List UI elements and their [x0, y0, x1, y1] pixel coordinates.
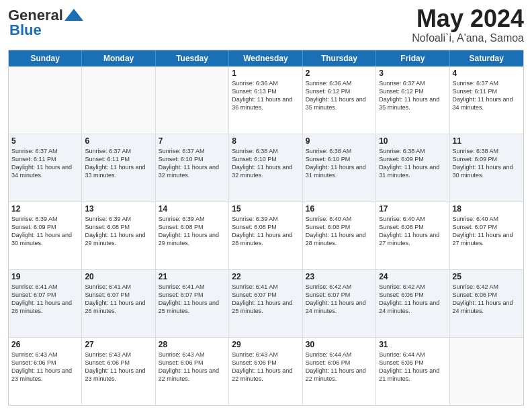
day-info: Sunrise: 6:44 AM Sunset: 6:06 PM Dayligh… [379, 351, 446, 383]
header-wednesday: Wednesday [229, 50, 302, 66]
calendar-week-2: 5Sunrise: 6:37 AM Sunset: 6:11 PM Daylig… [9, 134, 523, 201]
calendar-cell [450, 338, 523, 405]
day-number: 4 [453, 68, 521, 78]
svg-marker-0 [64, 9, 83, 21]
day-info: Sunrise: 6:39 AM Sunset: 6:08 PM Dayligh… [159, 215, 226, 248]
calendar-cell: 8Sunrise: 6:38 AM Sunset: 6:10 PM Daylig… [229, 134, 302, 201]
calendar-cell: 23Sunrise: 6:42 AM Sunset: 6:07 PM Dayli… [303, 270, 376, 337]
day-info: Sunrise: 6:43 AM Sunset: 6:06 PM Dayligh… [85, 351, 152, 383]
header-thursday: Thursday [303, 50, 376, 66]
day-number: 25 [453, 272, 521, 281]
calendar-cell: 10Sunrise: 6:38 AM Sunset: 6:09 PM Dayli… [376, 134, 449, 201]
day-info: Sunrise: 6:37 AM Sunset: 6:11 PM Dayligh… [85, 147, 152, 180]
day-info: Sunrise: 6:40 AM Sunset: 6:08 PM Dayligh… [306, 215, 373, 248]
day-info: Sunrise: 6:43 AM Sunset: 6:06 PM Dayligh… [11, 351, 79, 383]
title-block: May 2024 Nofoali`i, A'ana, Samoa [412, 7, 524, 44]
calendar-subtitle: Nofoali`i, A'ana, Samoa [412, 32, 524, 44]
day-info: Sunrise: 6:41 AM Sunset: 6:07 PM Dayligh… [232, 283, 299, 316]
calendar-cell [9, 66, 82, 134]
calendar-cell: 13Sunrise: 6:39 AM Sunset: 6:08 PM Dayli… [82, 202, 155, 269]
day-number: 3 [379, 68, 446, 78]
day-number: 19 [11, 272, 79, 281]
calendar-week-4: 19Sunrise: 6:41 AM Sunset: 6:07 PM Dayli… [9, 269, 523, 337]
calendar-cell [82, 66, 155, 134]
calendar-cell: 28Sunrise: 6:43 AM Sunset: 6:06 PM Dayli… [156, 338, 229, 405]
day-number: 15 [232, 204, 299, 214]
calendar-body: 1Sunrise: 6:36 AM Sunset: 6:13 PM Daylig… [9, 66, 523, 405]
day-number: 12 [11, 204, 79, 214]
calendar-cell: 29Sunrise: 6:43 AM Sunset: 6:06 PM Dayli… [229, 338, 302, 405]
calendar-cell: 27Sunrise: 6:43 AM Sunset: 6:06 PM Dayli… [82, 338, 155, 405]
day-info: Sunrise: 6:40 AM Sunset: 6:07 PM Dayligh… [453, 215, 521, 248]
day-number: 18 [453, 204, 521, 214]
calendar-cell: 6Sunrise: 6:37 AM Sunset: 6:11 PM Daylig… [82, 134, 155, 201]
calendar-cell: 5Sunrise: 6:37 AM Sunset: 6:11 PM Daylig… [9, 134, 82, 201]
day-number: 10 [379, 136, 446, 146]
calendar-cell: 24Sunrise: 6:42 AM Sunset: 6:06 PM Dayli… [376, 270, 449, 337]
calendar-cell: 3Sunrise: 6:37 AM Sunset: 6:12 PM Daylig… [376, 66, 449, 134]
day-info: Sunrise: 6:43 AM Sunset: 6:06 PM Dayligh… [159, 351, 226, 383]
day-number: 1 [232, 68, 299, 78]
header-tuesday: Tuesday [156, 50, 229, 66]
calendar-cell: 21Sunrise: 6:41 AM Sunset: 6:07 PM Dayli… [156, 270, 229, 337]
calendar-cell: 15Sunrise: 6:39 AM Sunset: 6:08 PM Dayli… [229, 202, 302, 269]
day-info: Sunrise: 6:44 AM Sunset: 6:06 PM Dayligh… [306, 351, 373, 383]
day-info: Sunrise: 6:42 AM Sunset: 6:07 PM Dayligh… [306, 283, 373, 316]
day-number: 31 [379, 340, 446, 349]
day-number: 16 [306, 204, 373, 214]
calendar-cell: 31Sunrise: 6:44 AM Sunset: 6:06 PM Dayli… [376, 338, 449, 405]
day-info: Sunrise: 6:37 AM Sunset: 6:12 PM Dayligh… [379, 79, 446, 112]
day-number: 29 [232, 340, 299, 349]
calendar-week-5: 26Sunrise: 6:43 AM Sunset: 6:06 PM Dayli… [9, 337, 523, 405]
day-number: 17 [379, 204, 446, 214]
day-number: 27 [85, 340, 152, 349]
day-number: 14 [159, 204, 226, 214]
day-number: 21 [159, 272, 226, 281]
day-number: 28 [159, 340, 226, 349]
calendar-cell: 30Sunrise: 6:44 AM Sunset: 6:06 PM Dayli… [303, 338, 376, 405]
day-info: Sunrise: 6:39 AM Sunset: 6:08 PM Dayligh… [85, 215, 152, 248]
day-number: 26 [11, 340, 79, 349]
calendar-cell: 12Sunrise: 6:39 AM Sunset: 6:09 PM Dayli… [9, 202, 82, 269]
calendar-cell [156, 66, 229, 134]
day-info: Sunrise: 6:43 AM Sunset: 6:06 PM Dayligh… [232, 351, 299, 383]
day-number: 11 [453, 136, 521, 146]
calendar-cell: 20Sunrise: 6:41 AM Sunset: 6:07 PM Dayli… [82, 270, 155, 337]
day-number: 23 [306, 272, 373, 281]
calendar-cell: 17Sunrise: 6:40 AM Sunset: 6:08 PM Dayli… [376, 202, 449, 269]
calendar-cell: 1Sunrise: 6:36 AM Sunset: 6:13 PM Daylig… [229, 66, 302, 134]
day-number: 20 [85, 272, 152, 281]
calendar-cell: 2Sunrise: 6:36 AM Sunset: 6:12 PM Daylig… [303, 66, 376, 134]
calendar-cell: 16Sunrise: 6:40 AM Sunset: 6:08 PM Dayli… [303, 202, 376, 269]
calendar: Sunday Monday Tuesday Wednesday Thursday… [8, 50, 524, 406]
page: General Blue May 2024 Nofoali`i, A'ana, … [0, 0, 532, 411]
day-info: Sunrise: 6:41 AM Sunset: 6:07 PM Dayligh… [85, 283, 152, 316]
day-number: 13 [85, 204, 152, 214]
day-info: Sunrise: 6:38 AM Sunset: 6:10 PM Dayligh… [306, 147, 373, 180]
day-number: 5 [11, 136, 79, 146]
day-number: 2 [306, 68, 373, 78]
calendar-cell: 26Sunrise: 6:43 AM Sunset: 6:06 PM Dayli… [9, 338, 82, 405]
day-info: Sunrise: 6:38 AM Sunset: 6:09 PM Dayligh… [453, 147, 521, 180]
logo: General Blue [8, 7, 83, 39]
calendar-cell: 18Sunrise: 6:40 AM Sunset: 6:07 PM Dayli… [450, 202, 523, 269]
day-info: Sunrise: 6:38 AM Sunset: 6:10 PM Dayligh… [232, 147, 299, 180]
day-info: Sunrise: 6:37 AM Sunset: 6:10 PM Dayligh… [159, 147, 226, 180]
header-friday: Friday [376, 50, 449, 66]
calendar-cell: 14Sunrise: 6:39 AM Sunset: 6:08 PM Dayli… [156, 202, 229, 269]
calendar-header: Sunday Monday Tuesday Wednesday Thursday… [9, 50, 523, 66]
day-info: Sunrise: 6:42 AM Sunset: 6:06 PM Dayligh… [453, 283, 521, 316]
day-info: Sunrise: 6:37 AM Sunset: 6:11 PM Dayligh… [11, 147, 79, 180]
calendar-title: May 2024 [412, 7, 524, 31]
header-sunday: Sunday [9, 50, 82, 66]
calendar-cell: 19Sunrise: 6:41 AM Sunset: 6:07 PM Dayli… [9, 270, 82, 337]
day-number: 24 [379, 272, 446, 281]
day-info: Sunrise: 6:36 AM Sunset: 6:12 PM Dayligh… [306, 79, 373, 112]
logo-triangle-icon [64, 7, 83, 22]
header: General Blue May 2024 Nofoali`i, A'ana, … [8, 7, 524, 44]
logo-blue-text: Blue [9, 21, 42, 39]
day-info: Sunrise: 6:37 AM Sunset: 6:11 PM Dayligh… [453, 79, 521, 112]
day-info: Sunrise: 6:39 AM Sunset: 6:08 PM Dayligh… [232, 215, 299, 248]
day-info: Sunrise: 6:40 AM Sunset: 6:08 PM Dayligh… [379, 215, 446, 248]
calendar-cell: 25Sunrise: 6:42 AM Sunset: 6:06 PM Dayli… [450, 270, 523, 337]
